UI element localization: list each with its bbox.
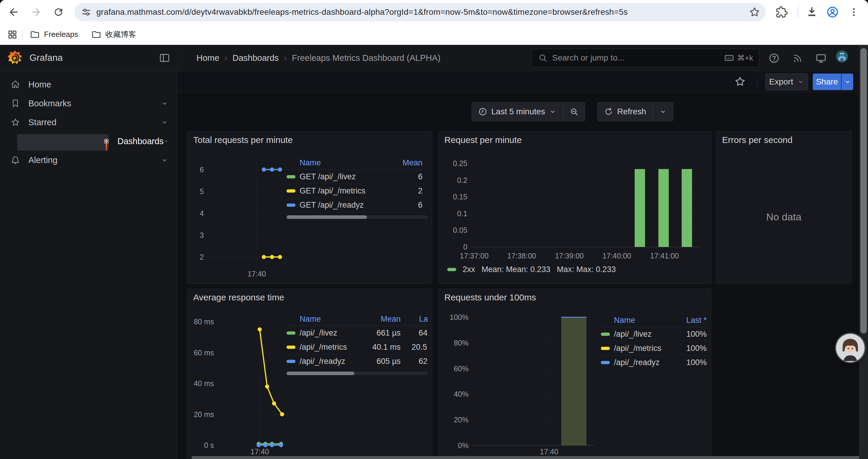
reload-icon[interactable] [52,6,65,19]
search-box[interactable]: ⌘+k [532,49,759,67]
sidebar-item-label: Dashboards [117,136,163,146]
bookmark-star-icon[interactable] [749,6,761,18]
news-rss-icon[interactable] [791,52,804,64]
breadcrumb-home[interactable]: Home [196,53,219,63]
average-response-time-chart[interactable]: 80 ms60 ms40 ms20 ms0 s17:40 [189,303,288,459]
refresh-interval-button[interactable] [653,102,673,121]
legend-header-name[interactable]: Name [614,316,674,325]
site-settings-icon[interactable] [81,7,92,18]
series-name[interactable]: GET /api/_/readyz [300,201,399,210]
refresh-group: Refresh [597,102,673,121]
star-icon [11,118,20,127]
legend-scrollbar[interactable] [286,215,428,219]
brand-title: Grafana [30,53,159,63]
legend-header-last[interactable]: Last * [674,316,707,325]
bookmark-folder-blogs[interactable]: 收藏博客 [91,29,136,40]
panel-title[interactable]: Total requests per minute [193,135,293,145]
legend-header-name[interactable]: Name [300,158,399,167]
legend-header-mean[interactable]: Mean [351,315,401,324]
panel-title[interactable]: Request per minute [444,135,522,145]
refresh-button[interactable]: Refresh [598,102,653,121]
chevron-down-icon[interactable] [161,119,168,126]
chevron-down-icon[interactable] [161,156,168,164]
chevron-down-icon [549,108,556,115]
breadcrumb-separator: › [284,54,286,63]
share-button[interactable]: Share [813,73,841,90]
legend-row: /api/_/metrics 40.1 ms 20.5 r [286,340,428,355]
legend-header-name[interactable]: Name [300,315,351,324]
legend-row: /api/_/readyz 605 µs 620 [286,355,428,369]
svg-text:80 ms: 80 ms [194,318,214,326]
legend-table: Name Mean Las /api/_/livez 661 µs 646 /a… [286,313,428,375]
chevron-down-icon[interactable] [161,100,168,107]
panel-title[interactable]: Requests under 100ms [444,292,536,302]
page-header: Home › Dashboards › Freeleaps Metrics Da… [178,45,868,71]
search-input[interactable] [552,53,719,63]
panel-errors-per-second: Errors per second No data [716,131,852,284]
back-icon[interactable] [7,6,20,19]
series-name[interactable]: /api/_/livez [300,328,351,338]
browser-menu-icon[interactable] [847,6,860,19]
sidebar-item-bookmarks[interactable]: Bookmarks [0,94,177,113]
series-name[interactable]: /api/_/livez [614,330,674,339]
total-requests-chart[interactable]: 6543217:40 [189,145,288,282]
user-avatar[interactable] [836,50,848,63]
chevron-down-icon [659,108,666,115]
legend-row: GET /api/_/livez 6 [286,170,423,184]
toolbar-divider [798,6,798,18]
series-name[interactable]: GET /api/_/livez [300,172,399,182]
zoom-out-button[interactable] [563,102,585,121]
series-name[interactable]: GET /api/_/metrics [300,186,399,196]
series-name[interactable]: /api/_/readyz [300,357,351,366]
panel-title[interactable]: Average response time [193,292,284,302]
series-name[interactable]: /api/_/metrics [300,342,351,352]
series-name[interactable]: /api/_/metrics [614,344,674,353]
assistant-avatar-button[interactable] [836,334,864,362]
sidebar-item-dashboards[interactable]: Dashboards [0,132,177,151]
downloads-icon[interactable] [805,6,818,19]
grafana-logo[interactable] [7,50,23,66]
chevron-down-icon[interactable] [164,137,168,145]
svg-text:20 ms: 20 ms [194,410,214,419]
legend-header-last[interactable]: Las [401,315,428,324]
tv-kiosk-icon[interactable] [815,52,827,64]
favorite-star-icon[interactable] [734,76,746,88]
series-name[interactable]: /api/_/readyz [614,358,674,367]
sidebar-item-label: Starred [28,118,161,127]
request-per-minute-chart[interactable]: 0.250.20.150.10.05017:37:0017:38:0017:39… [441,145,707,264]
breadcrumb-dashboards[interactable]: Dashboards [232,53,279,63]
legend-table: Name Mean GET /api/_/livez 6 GET /api/_/… [286,156,428,219]
svg-text:3: 3 [200,231,204,239]
help-icon[interactable] [768,52,780,64]
sidebar-item-label: Home [28,80,177,90]
dashboard-toolbar: Export Share [178,71,868,92]
legend-table: Name Last * /api/_/livez 100% /api/_/met… [601,314,707,370]
sidebar-item-starred[interactable]: Starred [0,113,177,132]
time-range-picker[interactable]: Last 5 minutes [472,102,563,121]
page-scrollbar-thumb[interactable] [860,48,867,333]
panel-title[interactable]: Errors per second [722,135,793,145]
share-menu-button[interactable] [841,73,853,90]
clock-icon [478,107,487,116]
forward-icon[interactable] [30,6,42,19]
sidebar-item-alerting[interactable]: Alerting [0,151,177,169]
panel-total-requests: Total requests per minute 6543217:40 Nam… [187,131,432,284]
horizontal-scrollbar[interactable] [192,456,859,459]
url-bar[interactable]: grafana.mathmast.com/d/deytv4rwavabkb/fr… [74,3,766,22]
url-text[interactable]: grafana.mathmast.com/d/deytv4rwavabkb/fr… [96,7,749,17]
series-name[interactable]: 2xx [463,265,475,274]
series-max: Max: Max: 0.233 [557,265,616,274]
extensions-icon[interactable] [775,6,788,19]
sidebar-item-home[interactable]: Home [0,75,177,94]
requests-under-100ms-chart[interactable]: 100%80%60%40%20%0%17:40 [441,303,601,459]
bookmark-folder-freeleaps[interactable]: Freeleaps [30,30,78,40]
export-button[interactable]: Export [766,73,808,90]
profile-icon[interactable] [826,6,839,19]
svg-text:17:40: 17:40 [251,448,269,456]
folder-icon [30,30,40,40]
sidebar-item-label: Bookmarks [28,99,161,108]
apps-grid-icon[interactable] [7,29,18,40]
legend-header-mean[interactable]: Mean [399,158,423,167]
dock-menu-icon[interactable] [159,52,170,64]
legend-scrollbar[interactable] [286,371,428,375]
